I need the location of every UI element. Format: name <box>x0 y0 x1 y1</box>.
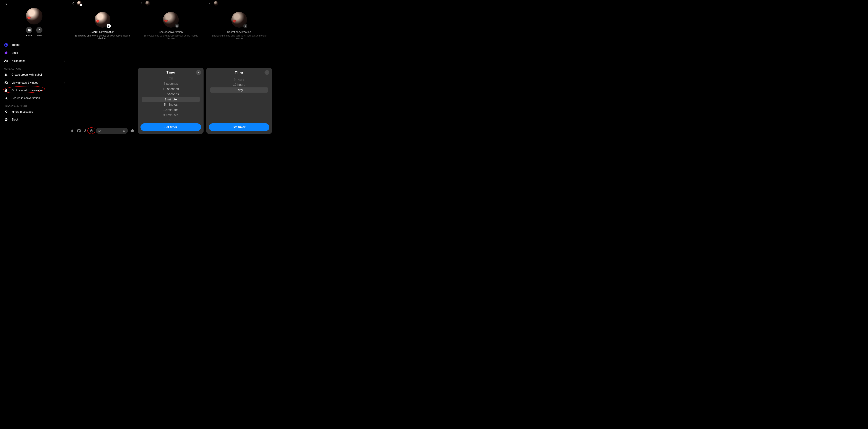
close-button[interactable] <box>196 70 201 75</box>
back-button[interactable] <box>208 1 212 5</box>
mute-button[interactable]: Mute <box>36 27 42 37</box>
svg-point-17 <box>124 130 125 131</box>
chat-settings-panel: ❤️ f Profile Mute Theme Emoji Aa Nicknam… <box>0 0 68 135</box>
ignore-messages-label: Ignore messages <box>11 110 65 113</box>
avatar-small[interactable] <box>145 1 150 6</box>
set-timer-button[interactable]: Set timer <box>141 123 201 131</box>
timer-modal: Timer 10 minutes30 minutes1 hour6 hours1… <box>206 68 272 134</box>
chevron-left-icon <box>140 2 143 5</box>
timer-option[interactable]: 5 seconds <box>141 81 201 86</box>
avatar[interactable]: ❤️ <box>26 8 42 25</box>
timer-option[interactable]: 10 seconds <box>141 86 201 92</box>
search-label: Search in conversation <box>11 97 65 100</box>
like-button[interactable] <box>130 129 134 133</box>
timer-option[interactable]: 12 hours <box>209 82 270 87</box>
svg-rect-9 <box>81 5 81 5</box>
view-photos-row[interactable]: View photos & videos › <box>0 79 68 87</box>
close-button[interactable] <box>265 70 270 75</box>
heart-overlay-icon: ❤️ <box>27 16 31 20</box>
mute-label: Mute <box>37 34 41 37</box>
secret-chat-panel: ❤️ Secret conversation Encrypted end to … <box>68 0 136 135</box>
svg-rect-10 <box>108 26 109 27</box>
lock-icon <box>176 25 178 27</box>
heart-overlay-icon: ❤️ <box>164 20 168 23</box>
image-icon <box>4 81 8 85</box>
timer-option[interactable]: 5 minutes <box>141 102 201 107</box>
mic-button[interactable] <box>83 129 87 133</box>
chevron-left-icon <box>209 2 211 5</box>
timer-button[interactable] <box>90 129 93 133</box>
theme-color-icon <box>4 43 8 47</box>
lock-badge <box>106 24 111 28</box>
timer-option[interactable]: 1 minute <box>142 97 200 102</box>
svg-point-3 <box>5 82 6 83</box>
back-button[interactable] <box>71 1 75 5</box>
block-icon <box>4 118 8 121</box>
timer-option[interactable]: 6 hours <box>209 77 270 82</box>
profile-button[interactable]: f Profile <box>26 27 32 37</box>
timer-option[interactable]: 30 seconds <box>141 92 201 97</box>
camera-button[interactable] <box>71 129 74 133</box>
ignore-messages-row[interactable]: Ignore messages <box>0 108 68 116</box>
message-input[interactable]: Aa <box>96 128 128 134</box>
close-icon <box>197 71 200 74</box>
back-button[interactable] <box>140 1 144 5</box>
secret-title: Secret conversation <box>136 30 205 34</box>
back-button[interactable] <box>4 2 8 6</box>
thumb-up-icon <box>4 51 8 55</box>
lock-icon <box>4 89 8 92</box>
avatar-small[interactable] <box>214 1 218 6</box>
timer-option[interactable]: 1 hour <box>141 118 201 121</box>
create-group-row[interactable]: Create group with Isabell <box>0 71 68 79</box>
group-icon <box>4 73 8 77</box>
emoji-label: Emoji <box>11 51 65 55</box>
lock-icon <box>107 25 110 27</box>
timer-option[interactable]: 10 minutes <box>141 107 201 113</box>
secret-conversation-label: Go to secret conversation <box>11 89 65 92</box>
svg-rect-13 <box>85 129 86 131</box>
chevron-left-icon <box>5 2 8 5</box>
avatar-small[interactable] <box>77 1 82 6</box>
svg-rect-8 <box>5 120 7 120</box>
composer: Aa <box>68 128 136 134</box>
nicknames-label: Nicknames <box>11 59 61 63</box>
secret-conversation-row[interactable]: Go to secret conversation <box>0 87 68 94</box>
timer-modal-title: Timer <box>235 71 243 74</box>
block-row[interactable]: Block <box>0 116 68 123</box>
emoji-button[interactable] <box>122 129 126 132</box>
camera-icon <box>71 129 74 133</box>
svg-point-15 <box>123 130 125 132</box>
timer-option[interactable]: Off <box>141 76 201 81</box>
secret-subtitle: Encrypted end to end across all your act… <box>136 34 205 40</box>
bell-icon <box>38 28 41 32</box>
timer-option[interactable]: 1 day <box>210 87 268 93</box>
emoji-row[interactable]: Emoji <box>0 49 68 57</box>
search-row[interactable]: Search in conversation <box>0 94 68 102</box>
gallery-button[interactable] <box>77 129 81 133</box>
image-icon <box>77 129 81 133</box>
svg-rect-4 <box>5 90 7 92</box>
set-timer-button[interactable]: Set timer <box>209 123 270 131</box>
timer-picker[interactable]: 10 minutes30 minutes1 hour6 hours12 hour… <box>209 76 270 121</box>
nicknames-row[interactable]: Aa Nicknames › <box>0 57 68 65</box>
smile-icon <box>122 129 126 132</box>
lock-badge <box>243 24 247 28</box>
mic-icon <box>83 129 87 133</box>
block-label: Block <box>11 118 65 121</box>
profile-label: Profile <box>26 34 32 37</box>
timer-modal: Timer Off5 seconds10 seconds30 seconds1 … <box>138 68 204 134</box>
close-icon <box>266 71 268 74</box>
chevron-right-icon: › <box>64 59 65 63</box>
secret-subtitle: Encrypted end to end across all your act… <box>205 34 273 40</box>
timer-modal-panel-1min: ❤️ Secret conversation Encrypted end to … <box>136 0 205 135</box>
heart-overlay-icon: ❤️ <box>96 20 99 23</box>
theme-row[interactable]: Theme <box>0 41 68 49</box>
create-group-label: Create group with Isabell <box>11 73 65 76</box>
timer-picker[interactable]: Off5 seconds10 seconds30 seconds1 minute… <box>141 76 201 121</box>
timer-option[interactable]: 30 minutes <box>141 113 201 118</box>
view-photos-label: View photos & videos <box>11 81 61 84</box>
section-privacy-support: PRIVACY & SUPPORT <box>0 102 68 108</box>
section-more-actions: MORE ACTIONS <box>0 65 68 71</box>
svg-rect-19 <box>245 26 246 27</box>
secret-title: Secret conversation <box>68 30 136 34</box>
